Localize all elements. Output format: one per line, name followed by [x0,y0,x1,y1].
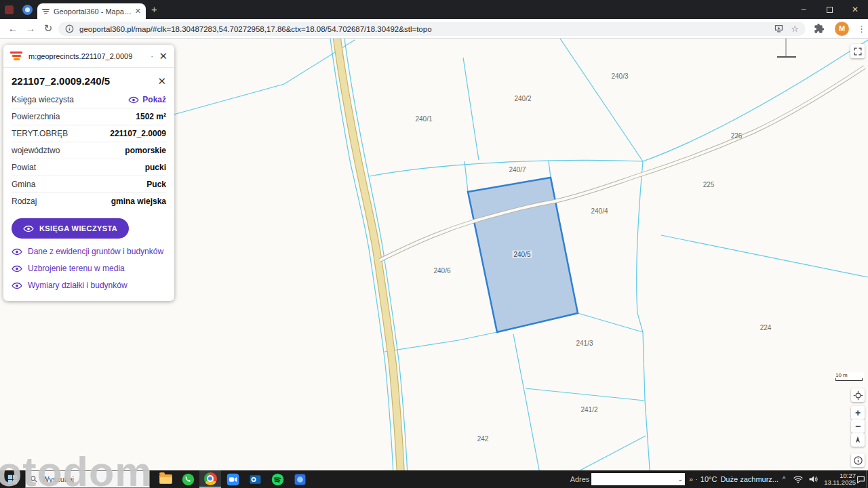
parcel-label: 240/3 [611,73,628,80]
layer-header: m:geoprecincts.221107_2.0009 · ✕ [3,45,174,68]
parcel-attributes: Księga wieczysta Pokaż Powierzchnia 1502… [3,92,174,209]
whatsapp-icon[interactable] [177,470,199,488]
attribute-row: województwo pomorskie [12,142,166,159]
geoportal-logo-icon [10,52,22,60]
address-toolbar-combo[interactable]: ⌄ [591,473,685,485]
parcel-label: 240/7 [509,166,526,174]
parcel-info-panel: m:geoprecincts.221107_2.0009 · ✕ 221107_… [3,45,174,301]
parcel-label: 240/1 [415,115,432,123]
eye-icon [23,225,34,232]
site-info-icon[interactable] [65,24,74,33]
ksiega-wieczysta-button[interactable]: KSIĘGA WIECZYSTA [12,218,129,239]
link-dane-ewidencji[interactable]: Dane z ewidencji gruntów i budynków [12,247,166,256]
parcel-label: 241/3 [576,340,593,347]
panel-close-icon[interactable]: ✕ [157,76,166,86]
browser-menu-icon[interactable]: ⋮ [855,19,868,39]
screen: { "browser": { "tab_title": "Geoportal36… [0,0,868,488]
profile-avatar[interactable]: M [835,22,849,36]
network-icon[interactable] [791,470,806,488]
tab-title: Geoportal360 - Mapa Interakty [54,7,132,16]
attribute-row: Powierzchnia 1502 m² [12,108,166,125]
locate-button[interactable] [851,388,865,402]
window-badge-icon [5,5,14,14]
parcel-label: 240/6 [433,267,450,274]
back-button[interactable]: ← [4,19,22,39]
parcel-label: 242 [477,435,489,443]
action-center-icon[interactable] [856,470,866,488]
parcel-label-selected: 240/5 [512,251,532,258]
forward-button[interactable]: → [22,19,39,39]
parcel-label: 240/4 [591,207,608,215]
chrome-icon[interactable] [199,470,221,488]
attribute-row: Rodzaj gmina wiejska [12,193,166,209]
browser-tab[interactable]: Geoportal360 - Mapa Interakty ✕ [37,3,146,19]
eye-icon [12,282,22,289]
extensions-icon[interactable] [814,23,825,37]
zoom-icon[interactable] [222,470,243,488]
file-explorer-icon[interactable] [155,470,176,488]
close-window-button[interactable]: ✕ [842,0,868,19]
maximize-button[interactable] [816,0,842,19]
parcel-label: 224 [760,324,772,331]
eye-icon [12,248,22,256]
cloud-icon [696,475,697,484]
layer-title: m:geoprecincts.221107_2.0009 [28,52,145,60]
volume-icon[interactable] [806,470,821,488]
minimize-button[interactable]: – [791,0,816,19]
zoom-out-button[interactable]: − [851,420,865,433]
attribute-row: TERYT.OBRĘB 221107_2.0009 [12,125,166,142]
bookmark-star-icon[interactable]: ☆ [791,24,799,34]
fullscreen-button[interactable] [850,44,865,58]
link-wymiary-dzialki[interactable]: Wymiary działki i budynków [12,281,166,290]
taskbar-clock[interactable]: 10:27 13.11.2025 [823,470,856,488]
spotify-icon[interactable] [267,470,288,488]
toolbar-overflow-icon[interactable]: » [686,470,696,488]
parcel-label: 225 [703,181,715,188]
zoom-in-button[interactable]: + [851,406,865,420]
window-controls: – ✕ [791,0,868,19]
map-area: 240/3 240/2 240/1 226 240/7 225 240/4 24… [0,39,868,488]
url-text[interactable]: geoportal360.pl/map/#clk=18.30487283,54.… [79,25,767,33]
eye-icon [128,96,139,104]
parcel-label: 240/2 [514,95,531,102]
weather-widget[interactable]: 10°C Duże zachmurz... [696,470,778,488]
weather-desc: Duże zachmurz... [720,475,778,483]
kw-show-link[interactable]: Pokaż [128,95,166,104]
geoportal-favicon [42,9,50,14]
browser-toolbar: ← → ↻ geoportal360.pl/map/#clk=18.304872… [0,19,868,39]
compass-button[interactable] [851,433,865,447]
parcel-label: 241/2 [580,406,597,413]
parcel-title: 221107_2.0009.240/5 [12,75,157,87]
tab-close-icon[interactable]: ✕ [135,7,141,15]
weather-temp: 10°C [701,475,717,483]
address-toolbar-label: Adres [568,470,591,488]
browser-tab-strip: Geoportal360 - Mapa Interakty ✕ + – ✕ [0,0,868,19]
layer-menu-dot-icon[interactable]: · [151,51,153,61]
attribute-row: Księga wieczysta Pokaż [12,92,166,108]
photos-app-icon[interactable] [289,470,311,488]
address-bar[interactable]: geoportal360.pl/map/#clk=18.30487283,54.… [58,22,806,36]
parcel-label: 226 [731,132,743,140]
eye-icon [12,265,22,272]
attribute-row: Powiat pucki [12,159,166,176]
link-uzbrojenie-terenu[interactable]: Uzbrojenie terenu w media [12,264,166,273]
chevron-down-icon: ⌄ [677,476,683,483]
pinned-tab-icon[interactable] [22,5,33,15]
clock-date: 13.11.2025 [823,479,856,486]
install-app-icon[interactable] [774,24,784,34]
map-info-button[interactable] [851,453,865,467]
layer-close-icon[interactable]: ✕ [159,51,167,61]
new-tab-button[interactable]: + [151,3,157,16]
attribute-row: Gmina Puck [12,176,166,193]
otodom-watermark: otodom [0,451,153,488]
hidden-icons-chevron[interactable]: ^ [778,470,789,488]
reload-button[interactable]: ↻ [39,19,57,39]
outlook-icon[interactable] [244,470,266,488]
map-scale: 10 m [834,372,864,381]
